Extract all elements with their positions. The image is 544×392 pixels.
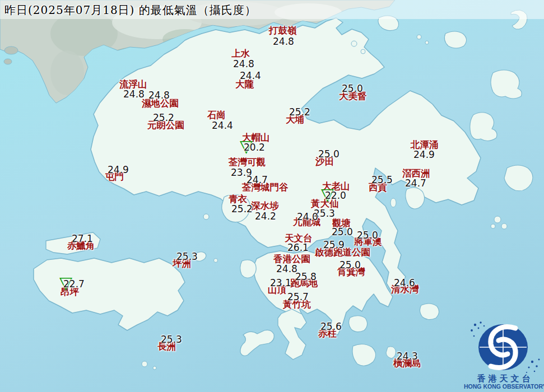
station-name: 大隴 — [235, 80, 254, 90]
station-value: 25.9 — [323, 240, 345, 250]
station-value: 24.8 — [148, 91, 170, 100]
station-value: 24.6 — [394, 278, 415, 288]
station-value: 26.1 — [287, 243, 309, 253]
station-value: 25.6 — [320, 322, 342, 332]
station-value: 25.0 — [318, 150, 340, 159]
station-value: 24.9 — [108, 165, 129, 175]
waglan-island — [386, 347, 396, 358]
tung-lung-island — [420, 304, 439, 320]
po-toi-island — [352, 344, 376, 366]
station-name: 石崗 — [207, 111, 226, 120]
station-value: 25.2 — [289, 108, 310, 117]
station-value: 27.1 — [72, 234, 93, 244]
station-value: 24.4 — [212, 121, 233, 130]
hong-kong-base-map — [0, 0, 544, 392]
station-value: 25.5 — [371, 175, 393, 185]
station-value: 23.1 — [270, 278, 291, 288]
sharp-island — [390, 198, 396, 207]
station-name: 荃灣可觀 — [229, 158, 266, 167]
lamma-island — [278, 309, 306, 360]
station-value: 25.8 — [295, 272, 317, 282]
station-name: 深水埗 — [251, 202, 279, 211]
station-value: 25.0 — [357, 231, 378, 240]
cheung-chau-island — [240, 330, 274, 356]
station-value: 24.7 — [247, 175, 268, 185]
kau-sai-chau-island — [406, 188, 425, 209]
station-name: 打鼓嶺 — [269, 26, 297, 36]
station-value: 25.0 — [340, 260, 361, 270]
station-value: 24.2 — [255, 212, 276, 221]
station-value: 24.8 — [276, 264, 297, 274]
station-value: 20.2 — [244, 143, 265, 152]
station-value: 24.9 — [413, 150, 435, 160]
station-value: 24.8 — [123, 90, 145, 99]
station-name: 上水 — [231, 49, 250, 59]
station-value: 25.7 — [287, 292, 309, 302]
station-value: 25.3 — [161, 335, 182, 344]
station-value: 24.0 — [297, 212, 318, 222]
station-value: 25.0 — [332, 227, 353, 237]
station-value: 22.7 — [63, 279, 85, 289]
station-value: 24.3 — [397, 352, 418, 361]
weather-map: 昨日(2025年07月18日) 的最低氣溫（攝氏度） 24.8打鼓嶺24.8上水… — [0, 0, 544, 392]
hko-logo-en: HONG KONG OBSERVATORY — [464, 383, 544, 390]
hko-logo: 香港天文台 HONG KONG OBSERVATORY — [466, 318, 544, 392]
station-value: 24.7 — [405, 179, 426, 188]
po-toi-group — [348, 316, 367, 332]
lantau-island — [34, 258, 185, 330]
hei-ling-chau-island — [240, 260, 256, 278]
station-value: 25.2 — [153, 113, 174, 123]
station-value: 24.8 — [273, 37, 294, 46]
station-value: 24.8 — [233, 59, 254, 69]
station-value: 25.0 — [342, 84, 363, 94]
station-value: 25.3 — [176, 252, 198, 262]
station-value: 25.2 — [231, 204, 253, 214]
map-title: 昨日(2025年07月18日) 的最低氣溫（攝氏度） — [4, 3, 257, 18]
station-value: 22.0 — [325, 191, 346, 200]
station-value: 24.4 — [240, 71, 261, 81]
